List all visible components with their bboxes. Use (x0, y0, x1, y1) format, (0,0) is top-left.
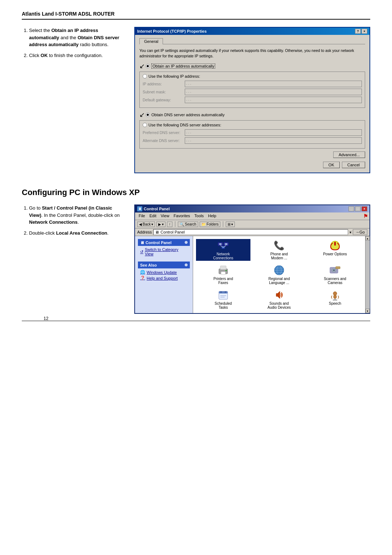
alternate-dns-input[interactable]: . . . (185, 137, 362, 144)
windows-update-icon: 🌐 (140, 270, 145, 275)
step-2-xp: Double-click Local Area Connection. (29, 230, 123, 237)
preferred-dns-label: Preferred DNS server: (143, 130, 183, 135)
cp-sidebar-collapse-icon[interactable]: ⊛ (184, 240, 188, 245)
preferred-dns-row: Preferred DNS server: . . . (143, 129, 362, 136)
search-button[interactable]: 🔍 Search (178, 222, 198, 227)
network-connections-label: NetworkConnections (213, 252, 233, 260)
dialog-close-btn[interactable]: × (362, 29, 367, 34)
radio-obtain-dns-circle[interactable] (146, 113, 150, 117)
cp-titlebar-buttons: _ □ × (348, 206, 367, 211)
icon-regional-language[interactable]: Regional andLanguage ... (252, 264, 306, 285)
sounds-audio-icon (273, 289, 285, 301)
svg-rect-21 (336, 267, 340, 269)
address-dropdown-icon[interactable]: ▾ (350, 230, 351, 234)
view-button[interactable]: ⊞ ▾ (226, 222, 235, 227)
radio-obtain-dns-label[interactable]: Obtain DNS server address automatically (151, 113, 225, 117)
page-number: 12 (44, 316, 48, 321)
icon-sounds-audio[interactable]: Sounds andAudio Devices (252, 288, 306, 310)
back-button[interactable]: ◀ Back ▾ (137, 222, 155, 227)
cp-see-also: See Also ⊛ 🌐 Windows Update ❓ Help and S… (138, 262, 190, 283)
network-connections-icon (217, 240, 229, 251)
step6-ok: OK (41, 53, 48, 58)
folders-button[interactable]: 📁 Folders (200, 222, 220, 227)
footer-rule (22, 321, 370, 321)
switch-category-label: Switch to Category View (145, 247, 188, 256)
address-input[interactable]: 🖥 Control Panel (153, 229, 348, 235)
menu-tools[interactable]: Tools (192, 213, 206, 219)
dialog-help-btn[interactable]: ? (355, 29, 361, 34)
radio-use-dns-label[interactable]: Use the following DNS server addresses: (148, 123, 221, 127)
windows-update-link[interactable]: 🌐 Windows Update (140, 270, 188, 275)
obtain-dns-row: ↙ Obtain DNS server address automaticall… (139, 111, 365, 119)
forward-icon: ▶ (158, 222, 161, 226)
radio-use-dns-circle[interactable] (143, 123, 147, 127)
tcp-ip-dialog: Internet Protocol (TCP/IP) Properties ? … (134, 27, 370, 173)
printers-faxes-label: Printers andFaxes (213, 277, 233, 285)
cp-minimize-btn[interactable]: _ (348, 206, 354, 211)
cp-titlebar: 🖥 Control Panel _ □ × (135, 205, 369, 212)
menu-edit[interactable]: Edit (147, 213, 159, 219)
cp-titlebar-left: 🖥 Control Panel (137, 206, 170, 211)
cp-close-btn[interactable]: × (362, 206, 367, 211)
step1-bold1: Start / Control Panel (in Classic View) (29, 205, 112, 218)
go-label: Go (359, 230, 365, 234)
switch-category-link[interactable]: ↺ Switch to Category View (140, 247, 188, 256)
help-support-icon: ❓ (140, 276, 145, 280)
gateway-field-input[interactable]: . . . (185, 97, 362, 103)
radio-obtain-ip-circle[interactable] (146, 64, 150, 68)
menu-help[interactable]: Help (206, 213, 219, 219)
menu-favorites[interactable]: Favorites (171, 213, 192, 219)
subnet-field-input[interactable]: . . . (185, 89, 362, 95)
step1-bold2: Network Connections (29, 219, 78, 225)
help-support-link[interactable]: ❓ Help and Support (140, 276, 188, 280)
radio-obtain-ip-label[interactable]: Obtain an IP address automatically (151, 64, 215, 69)
menu-view[interactable]: View (159, 213, 172, 219)
power-options-icon (329, 240, 341, 251)
cp-sidebar-title-label: Control Panel (146, 240, 172, 245)
page-footer-area: 12 (22, 321, 370, 328)
preferred-dns-input[interactable]: . . . (185, 129, 362, 136)
menu-file[interactable]: File (136, 213, 147, 219)
scroll-track[interactable] (366, 240, 370, 309)
icon-speech[interactable]: Speech (308, 288, 362, 310)
see-also-collapse-icon[interactable]: ⊛ (184, 263, 188, 267)
doc-header: Atlantis Land I-STORM ADSL ROUTER (22, 11, 370, 20)
cp-maximize-btn[interactable]: □ (355, 206, 361, 211)
scheduled-tasks-icon (217, 289, 229, 301)
radio-use-ip-label[interactable]: Use the following IP address: (148, 74, 200, 78)
svg-rect-25 (220, 291, 222, 293)
cp-scrollbar: ▲ ▼ (365, 236, 369, 313)
icon-scanners-cameras[interactable]: Scanners andCameras (308, 264, 362, 285)
svg-rect-6 (225, 243, 227, 245)
phone-modem-icon: 📞 (273, 240, 285, 251)
icon-scheduled-tasks[interactable]: ScheduledTasks (196, 288, 250, 310)
icon-network-connections[interactable]: NetworkConnections (196, 239, 250, 261)
icon-printers-faxes[interactable]: Printers andFaxes (196, 264, 250, 285)
forward-button[interactable]: ▶ ▾ (156, 222, 166, 227)
top-section: Select the Obtain an IP address automati… (22, 27, 370, 173)
cancel-button[interactable]: Cancel (342, 162, 365, 168)
radio-use-ip-circle[interactable] (143, 74, 147, 78)
go-button[interactable]: → Go (353, 229, 367, 235)
advanced-button[interactable]: Advanced... (333, 151, 365, 158)
ok-button[interactable]: OK (323, 162, 340, 168)
up-button[interactable]: ↑ (167, 222, 172, 227)
cp-title: Control Panel (144, 207, 170, 211)
windows-update-label: Windows Update (147, 270, 177, 275)
ip-field-input[interactable]: . . . (185, 81, 362, 87)
subnet-field-row: Subnet mask: . . . (143, 89, 362, 95)
step2-bold: Local Area Connection (56, 230, 107, 236)
icon-power-options[interactable]: Power Options (308, 239, 362, 261)
subnet-field-label: Subnet mask: (143, 90, 183, 94)
speech-label: Speech (329, 301, 341, 305)
dialog-body: General You can get IP settings assigned… (135, 35, 369, 173)
toolbar-divider2 (223, 221, 223, 227)
scroll-down-btn[interactable]: ▼ (366, 309, 370, 313)
icon-phone-modem[interactable]: 📞 Phone andModem ... (252, 239, 306, 261)
dialog-bottom-buttons: OK Cancel (139, 162, 365, 168)
dialog-tab-general[interactable]: General (139, 38, 163, 44)
use-ip-group: Use the following IP address: IP address… (139, 72, 365, 108)
scroll-up-btn[interactable]: ▲ (366, 236, 370, 240)
instructions-left: Select the Obtain an IP address automati… (22, 27, 123, 173)
svg-point-20 (333, 269, 335, 271)
